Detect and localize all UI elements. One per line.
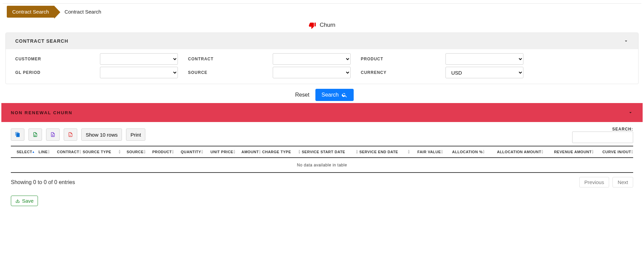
customer-select[interactable] [100, 53, 178, 65]
show-rows-button[interactable]: Show 10 rows [81, 128, 122, 141]
churn-table: SELECT▲ LINE▲▼ CONTRACT▲▼ SOURCE TYPE▲▼ … [11, 146, 633, 173]
breadcrumb-secondary: Contract Search [64, 9, 101, 15]
non-renewal-churn-header: NON RENEWAL CHURN [1, 103, 643, 122]
contract-label: CONTRACT [188, 57, 263, 61]
csv-button[interactable] [46, 128, 60, 141]
col-allocation-amount[interactable]: ALLOCATION AMOUNT▲▼ [485, 146, 543, 158]
currency-select[interactable]: USD [445, 67, 523, 78]
col-line[interactable]: LINE▲▼ [34, 146, 50, 158]
col-source-type[interactable]: SOURCE TYPE▲▼ [81, 146, 121, 158]
col-revenue-amount[interactable]: REVENUE AMOUNT▲▼ [543, 146, 594, 158]
col-unit-price[interactable]: UNIT PRICE▲▼ [203, 146, 235, 158]
collapse-icon[interactable] [628, 110, 633, 115]
save-icon [15, 199, 20, 203]
col-source[interactable]: SOURCE▲▼ [121, 146, 146, 158]
save-button-label: Save [22, 198, 34, 204]
product-label: PRODUCT [361, 57, 435, 61]
table-info: Showing 0 to 0 of 0 entries [11, 179, 75, 185]
contract-search-panel: CONTRACT SEARCH CUSTOMER CONTRACT PRODUC… [5, 33, 639, 84]
churn-header: Churn [3, 18, 641, 31]
table-toolbar: Show 10 rows Print SEARCH: [3, 122, 641, 146]
contract-search-body: CUSTOMER CONTRACT PRODUCT GL PERIOD SOUR… [6, 49, 638, 84]
col-service-end[interactable]: SERVICE END DATE▲▼ [358, 146, 410, 158]
previous-button[interactable]: Previous [579, 177, 609, 187]
contract-search-title: CONTRACT SEARCH [15, 38, 68, 44]
thumbs-down-icon [309, 22, 316, 29]
excel-button[interactable] [28, 128, 42, 141]
source-select[interactable] [273, 67, 351, 78]
reset-button[interactable]: Reset [290, 89, 314, 101]
copy-icon [15, 132, 20, 137]
save-button[interactable]: Save [11, 196, 38, 206]
collapse-icon[interactable] [623, 38, 629, 44]
col-curve-inout[interactable]: CURVE IN/OUT▲▼ [594, 146, 633, 158]
table-search-input[interactable] [572, 132, 633, 143]
non-renewal-churn-title: NON RENEWAL CHURN [11, 110, 72, 115]
churn-label: Churn [320, 22, 335, 28]
breadcrumb: Contract Search Contract Search [3, 4, 641, 18]
gl-period-label: GL PERIOD [15, 70, 90, 75]
col-product[interactable]: PRODUCT▲▼ [146, 146, 174, 158]
next-button[interactable]: Next [612, 177, 633, 187]
customer-label: CUSTOMER [15, 57, 90, 61]
file-icon [50, 132, 56, 137]
search-actions: Reset Search [3, 84, 641, 103]
col-amount[interactable]: AMOUNT▲▼ [235, 146, 261, 158]
col-quantity[interactable]: QUANTITY▲▼ [174, 146, 203, 158]
col-select[interactable]: SELECT▲ [11, 146, 34, 158]
copy-button[interactable] [11, 128, 24, 141]
excel-icon [33, 132, 38, 137]
col-allocation-pct[interactable]: ALLOCATION %▲▼ [443, 146, 485, 158]
search-button-label: Search [321, 92, 339, 98]
search-icon [341, 92, 348, 98]
col-service-start[interactable]: SERVICE START DATE▲▼ [300, 146, 358, 158]
currency-label: CURRENCY [361, 70, 435, 75]
col-contract[interactable]: CONTRACT▲▼ [50, 146, 81, 158]
print-button[interactable]: Print [126, 128, 145, 141]
col-fair-value[interactable]: FAIR VALUE▲▼ [410, 146, 443, 158]
col-charge-type[interactable]: CHARGE TYPE▲▼ [261, 146, 300, 158]
pager: Previous Next [579, 177, 633, 187]
table-empty-row: No data available in table [11, 158, 633, 173]
table-search-label: SEARCH: [612, 127, 633, 132]
table-footer: Showing 0 to 0 of 0 entries Previous Nex… [3, 173, 641, 190]
contract-search-header: CONTRACT SEARCH [6, 33, 638, 49]
breadcrumb-primary[interactable]: Contract Search [7, 6, 54, 18]
product-select[interactable] [445, 53, 523, 65]
search-button[interactable]: Search [315, 89, 354, 101]
contract-select[interactable] [273, 53, 351, 65]
pdf-icon [68, 132, 73, 137]
pdf-button[interactable] [64, 128, 77, 141]
gl-period-select[interactable] [100, 67, 178, 78]
source-label: SOURCE [188, 70, 263, 75]
